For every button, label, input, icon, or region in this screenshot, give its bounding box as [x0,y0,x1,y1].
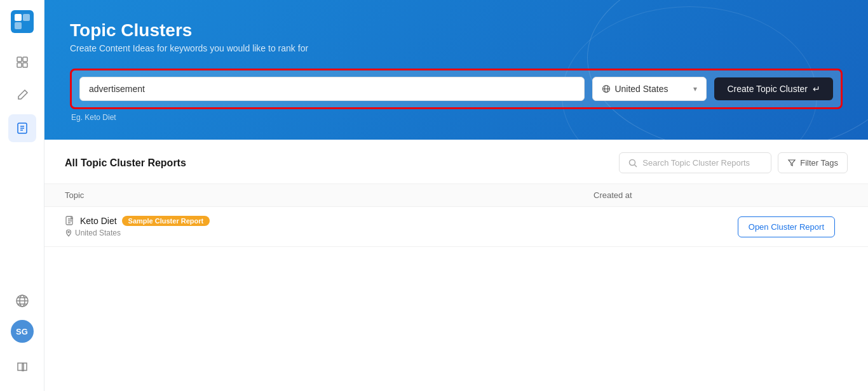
topic-search-container: United States ▾ Create Topic Cluster ↵ [70,69,843,109]
search-reports-input[interactable]: Search Topic Cluster Reports [619,152,771,173]
sidebar-item-globe[interactable] [8,287,36,315]
svg-point-20 [630,159,635,165]
location-pin-icon [65,229,72,237]
sidebar-item-editor[interactable] [8,81,36,109]
col-header-topic: Topic [65,190,593,200]
svg-rect-5 [23,57,27,62]
reports-panel: All Topic Cluster Reports Search Topic C… [44,140,868,391]
svg-rect-3 [23,14,30,21]
svg-rect-2 [15,22,22,29]
svg-rect-0 [11,10,34,33]
action-cell: Open Cluster Report [721,216,848,237]
app-logo[interactable] [11,10,34,33]
filter-tags-button[interactable]: Filter Tags [778,152,848,173]
svg-rect-4 [17,57,22,62]
svg-rect-6 [17,63,22,67]
topic-name: Keto Diet [80,216,117,226]
main-content: Topic Clusters Create Content Ideas for … [44,0,868,391]
country-selector[interactable]: United States ▾ [592,77,707,101]
search-reports-placeholder: Search Topic Cluster Reports [642,158,750,168]
country-label: United States [614,84,668,94]
open-cluster-report-button[interactable]: Open Cluster Report [738,216,835,237]
chevron-down-icon: ▾ [693,84,697,93]
page-subtitle: Create Content Ideas for keywords you wo… [70,43,843,53]
col-header-action [721,190,848,200]
svg-rect-7 [23,63,27,67]
table-row: Keto Diet Sample Cluster Report United S… [44,207,868,247]
sidebar-item-book[interactable] [8,353,36,381]
svg-line-21 [635,164,637,167]
sample-badge: Sample Cluster Report [122,216,210,226]
topic-cell: Keto Diet Sample Cluster Report United S… [65,216,593,237]
search-hint: Eg. Keto Diet [70,113,843,122]
topic-search-input[interactable] [79,77,585,101]
col-header-created: Created at [593,190,721,200]
user-avatar[interactable]: SG [11,320,34,343]
topic-location: United States [65,229,593,237]
svg-rect-1 [15,14,22,21]
page-title: Topic Clusters [70,20,843,41]
doc-icon [65,216,75,226]
sidebar: SG [0,0,44,391]
sidebar-item-reports[interactable] [8,114,36,142]
svg-point-23 [68,231,69,232]
sidebar-item-dashboard[interactable] [8,48,36,76]
create-topic-cluster-button[interactable]: Create Topic Cluster ↵ [714,77,833,100]
hero-section: Topic Clusters Create Content Ideas for … [44,0,868,140]
reports-actions: Search Topic Cluster Reports Filter Tags [619,152,848,173]
location-label: United States [75,229,121,237]
enter-icon: ↵ [813,84,820,94]
reports-panel-title: All Topic Cluster Reports [65,157,186,169]
table-header: Topic Created at [44,184,868,207]
reports-header: All Topic Cluster Reports Search Topic C… [44,140,868,184]
